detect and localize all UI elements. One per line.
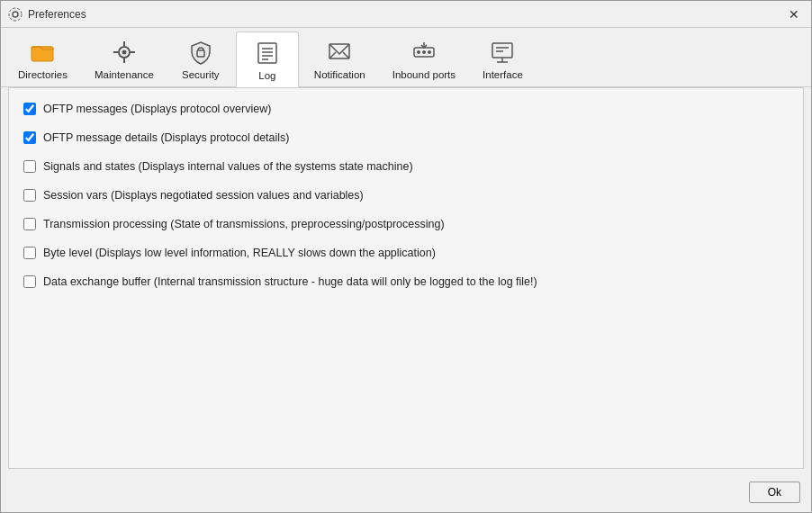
checkbox-cb7[interactable]	[23, 275, 36, 288]
app-icon	[8, 7, 23, 22]
svg-point-4	[122, 50, 126, 55]
checkbox-cb3[interactable]	[23, 160, 36, 173]
tab-notification[interactable]: Notification	[302, 32, 377, 86]
close-button[interactable]: ✕	[784, 4, 804, 24]
preferences-window: Preferences ✕ Directories	[0, 0, 812, 513]
tab-maintenance-label: Maintenance	[95, 69, 154, 80]
label-cb3[interactable]: Signals and states (Displays internal va…	[43, 160, 413, 173]
checkbox-cb1[interactable]	[23, 103, 36, 115]
tab-toolbar: Directories Maintenance	[1, 28, 811, 87]
interface-icon	[488, 38, 517, 67]
tab-directories-label: Directories	[18, 69, 68, 80]
label-cb5[interactable]: Transmission processing (State of transm…	[43, 218, 445, 230]
checkbox-row: OFTP messages (Displays protocol overvie…	[23, 103, 789, 115]
label-cb7[interactable]: Data exchange buffer (Internal transmiss…	[43, 275, 537, 288]
checkbox-cb6[interactable]	[23, 247, 36, 259]
svg-point-0	[13, 12, 18, 17]
log-icon	[253, 39, 282, 68]
svg-rect-23	[492, 43, 512, 58]
label-cb1[interactable]: OFTP messages (Displays protocol overvie…	[43, 103, 271, 115]
svg-line-17	[343, 52, 349, 58]
footer: Ok	[1, 476, 811, 512]
checkbox-row: Session vars (Displays negotiated sessio…	[23, 189, 789, 202]
checkbox-row: Transmission processing (State of transm…	[23, 218, 789, 230]
ok-button[interactable]: Ok	[749, 482, 800, 503]
title-bar: Preferences ✕	[1, 1, 811, 28]
checkbox-row: Byte level (Displays low level informati…	[23, 247, 789, 259]
svg-line-16	[329, 52, 336, 58]
tab-maintenance[interactable]: Maintenance	[83, 32, 166, 86]
tab-inbound-ports-label: Inbound ports	[392, 69, 456, 80]
checkbox-row: Signals and states (Displays internal va…	[23, 160, 789, 173]
content-area: OFTP messages (Displays protocol overvie…	[8, 87, 804, 469]
tab-security[interactable]: Security	[169, 32, 232, 86]
checkbox-cb4[interactable]	[23, 189, 36, 202]
tab-log[interactable]: Log	[236, 32, 299, 87]
label-cb4[interactable]: Session vars (Displays negotiated sessio…	[43, 189, 364, 202]
svg-point-19	[417, 50, 420, 54]
checkbox-row: OFTP message details (Displays protocol …	[23, 131, 789, 144]
tab-interface[interactable]: Interface	[471, 32, 535, 86]
tab-notification-label: Notification	[314, 69, 365, 80]
window-title: Preferences	[28, 8, 86, 21]
label-cb6[interactable]: Byte level (Displays low level informati…	[43, 247, 436, 259]
svg-point-1	[9, 8, 22, 21]
tab-security-label: Security	[182, 69, 220, 80]
directories-icon	[28, 38, 57, 67]
svg-point-20	[422, 50, 426, 54]
tab-directories[interactable]: Directories	[6, 32, 79, 86]
notification-icon	[325, 38, 354, 67]
security-icon	[186, 38, 215, 67]
checkboxes-container: OFTP messages (Displays protocol overvie…	[23, 103, 789, 288]
tab-interface-label: Interface	[483, 69, 523, 80]
tab-log-label: Log	[258, 70, 275, 81]
tab-inbound-ports[interactable]: Inbound ports	[381, 32, 467, 86]
svg-point-21	[428, 50, 431, 54]
checkbox-cb5[interactable]	[23, 218, 36, 230]
checkbox-row: Data exchange buffer (Internal transmiss…	[23, 275, 789, 288]
inbound-ports-icon	[410, 38, 438, 67]
maintenance-icon	[110, 38, 139, 67]
checkbox-cb2[interactable]	[23, 131, 36, 144]
label-cb2[interactable]: OFTP message details (Displays protocol …	[43, 131, 290, 144]
title-bar-left: Preferences	[8, 7, 86, 22]
